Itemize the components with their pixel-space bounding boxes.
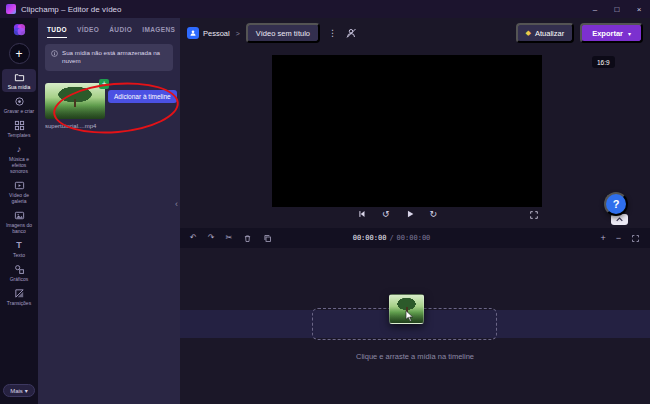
collaboration-off-button[interactable]	[345, 27, 357, 39]
zoom-in-button[interactable]: +	[600, 234, 605, 243]
media-tabs: TUDO VÍDEO ÁUDIO IMAGENS	[38, 18, 180, 38]
sidebar-item-texto[interactable]: T Texto	[2, 237, 36, 260]
playback-controls: ↺ ↻	[272, 209, 522, 219]
info-icon	[51, 50, 58, 57]
sidebar-item-label: Texto	[12, 252, 26, 258]
chevron-up-icon	[616, 217, 623, 222]
media-item: + Adicionar à timeline supertutorial....…	[45, 83, 105, 129]
add-to-timeline-tooltip[interactable]: Adicionar à timeline	[108, 90, 177, 103]
sidebar-item-label: Sua mídia	[7, 84, 32, 90]
media-thumbnail[interactable]	[45, 83, 105, 119]
image-icon	[14, 210, 25, 221]
zoom-to-fit-button[interactable]	[631, 234, 640, 243]
more-options-icon[interactable]: ⋮	[326, 28, 339, 38]
forward-one-second-button[interactable]: ↻	[430, 210, 438, 219]
sidebar-item-label: Gravar e criar	[3, 108, 36, 114]
grid-icon	[14, 120, 25, 131]
maximize-button[interactable]: □	[606, 0, 628, 18]
timeline-body: Clique e arraste a mídia na timeline	[180, 248, 650, 404]
fullscreen-button[interactable]	[529, 210, 539, 220]
time-separator: /	[389, 234, 393, 242]
split-button[interactable]: ✂	[225, 234, 232, 242]
duplicate-icon	[263, 234, 272, 243]
chevron-down-icon: ▾	[25, 387, 28, 394]
tab-imagens[interactable]: IMAGENS	[142, 26, 175, 38]
aspect-ratio-badge[interactable]: 16:9	[592, 56, 615, 68]
editor-stage: Pessoal > Vídeo sem título ⋮ ◆ Atualizar…	[180, 18, 650, 404]
sidebar-item-musica-e-efeitos[interactable]: ♪ Música e efeitos sonoros	[2, 141, 36, 176]
camera-icon	[14, 96, 25, 107]
person-icon	[189, 29, 197, 37]
delete-button[interactable]	[243, 234, 252, 243]
app-window: Clipchamp – Editor de vídeo – □ × + Sua …	[0, 0, 650, 404]
sidebar-item-label: Gráficos	[9, 276, 30, 282]
window-controls: – □ ×	[584, 0, 650, 18]
close-button[interactable]: ×	[628, 0, 650, 18]
transition-icon	[14, 288, 25, 299]
undo-button[interactable]: ↶	[190, 234, 197, 242]
shapes-icon	[14, 264, 25, 275]
export-button[interactable]: Exportar ▾	[580, 23, 643, 43]
minimize-button[interactable]: –	[584, 0, 606, 18]
left-sidebar: + Sua mídia Gravar e criar Templates ♪ M…	[0, 18, 38, 404]
help-button[interactable]: ?	[604, 192, 628, 216]
upgrade-label: Atualizar	[535, 29, 564, 38]
sidebar-items: Sua mídia Gravar e criar Templates ♪ Mús…	[0, 69, 38, 308]
more-label: Mais	[10, 388, 23, 394]
clipchamp-mark-icon	[12, 22, 27, 37]
breadcrumb-separator: >	[236, 30, 240, 37]
export-label: Exportar	[592, 29, 623, 38]
sidebar-item-label: Música e efeitos sonoros	[2, 156, 36, 174]
fit-screen-icon	[631, 234, 640, 243]
rewind-one-second-button[interactable]: ↺	[382, 210, 390, 219]
clipchamp-logo-icon	[6, 4, 16, 14]
media-panel: TUDO VÍDEO ÁUDIO IMAGENS Sua mídia não e…	[38, 18, 180, 404]
sidebar-item-templates[interactable]: Templates	[2, 117, 36, 140]
project-title-button[interactable]: Vídeo sem título	[246, 23, 320, 43]
sidebar-item-sua-midia[interactable]: Sua mídia	[2, 69, 36, 92]
redo-button[interactable]: ↷	[208, 234, 215, 242]
chevron-down-icon: ▾	[628, 30, 631, 37]
sidebar-item-label: Transições	[6, 300, 32, 306]
sidebar-item-label: Imagens do banco	[2, 222, 36, 234]
drag-cursor-icon	[404, 310, 416, 322]
sidebar-item-label: Templates	[7, 132, 32, 138]
upgrade-button[interactable]: ◆ Atualizar	[516, 23, 575, 43]
video-icon	[14, 180, 25, 191]
skip-to-start-button[interactable]	[357, 209, 367, 219]
project-header: Pessoal > Vídeo sem título ⋮ ◆ Atualizar…	[180, 18, 650, 48]
trash-icon	[243, 234, 252, 243]
sidebar-item-imagens-do-banco[interactable]: Imagens do banco	[2, 207, 36, 236]
tab-audio[interactable]: ÁUDIO	[109, 26, 132, 38]
more-button[interactable]: Mais ▾	[3, 384, 35, 397]
play-button[interactable]	[405, 209, 415, 219]
video-preview-canvas	[272, 55, 542, 207]
add-media-button[interactable]: +	[9, 43, 30, 64]
notice-text: Sua mídia não está armazenada na nuvem	[62, 49, 167, 66]
zoom-out-button[interactable]: −	[616, 234, 621, 243]
tab-video[interactable]: VÍDEO	[77, 26, 99, 38]
timeline-hint: Clique e arraste a mídia na timeline	[180, 352, 650, 361]
diamond-icon: ◆	[526, 29, 531, 37]
sidebar-item-label: Vídeo de galeria	[2, 192, 36, 204]
media-filename: supertutorial....mp4	[45, 123, 105, 129]
sidebar-item-transicoes[interactable]: Transições	[2, 285, 36, 308]
workspace-chip[interactable]: Pessoal	[187, 27, 230, 39]
workspace-avatar	[187, 27, 199, 39]
total-time: 00:00:00	[397, 234, 431, 242]
sidebar-item-gravar-e-criar[interactable]: Gravar e criar	[2, 93, 36, 116]
zoom-controls: + −	[600, 234, 640, 243]
duplicate-button[interactable]	[263, 234, 272, 243]
folder-icon	[14, 72, 25, 83]
edit-tools: ↶ ↷ ✂	[190, 234, 272, 243]
timeline-toolbar: ↶ ↷ ✂ 00:00:00 / 00:00:00 + −	[180, 228, 650, 248]
window-title: Clipchamp – Editor de vídeo	[21, 5, 579, 14]
tab-tudo[interactable]: TUDO	[47, 26, 67, 38]
workspace-name: Pessoal	[203, 29, 230, 38]
collapse-panel-button[interactable]: ‹	[175, 199, 178, 209]
sidebar-item-video-de-galeria[interactable]: Vídeo de galeria	[2, 177, 36, 206]
add-to-timeline-plus-icon[interactable]: +	[99, 79, 109, 89]
music-icon: ♪	[17, 144, 22, 155]
current-time: 00:00:00	[353, 234, 387, 242]
sidebar-item-graficos[interactable]: Gráficos	[2, 261, 36, 284]
